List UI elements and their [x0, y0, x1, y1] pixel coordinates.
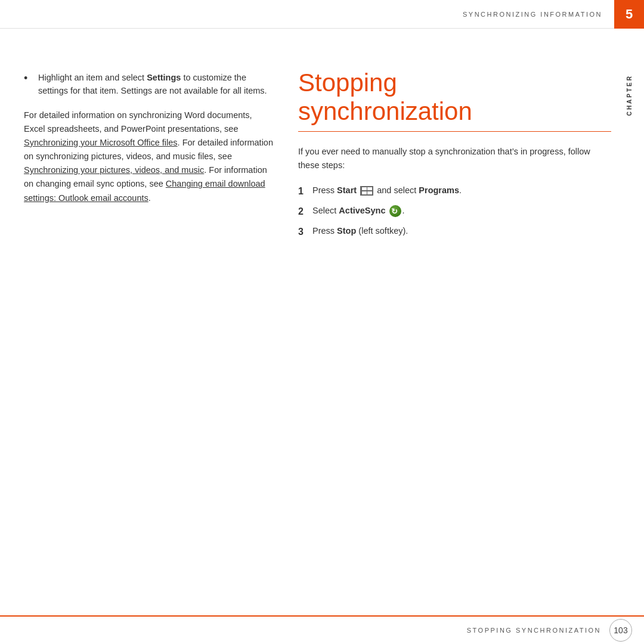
chapter-vertical: CHAPTER: [614, 36, 644, 155]
chapter-vertical-label: CHAPTER: [626, 75, 633, 116]
section-title: Stopping synchronization: [298, 69, 611, 126]
link-office-files[interactable]: Synchronizing your Microsoft Office file…: [24, 138, 178, 147]
link-pictures-videos[interactable]: Synchronizing your pictures, videos, and…: [24, 165, 204, 175]
header-chapter-label: SYNCHRONIZING INFORMATION: [463, 11, 602, 18]
step-number-1: 1: [298, 184, 312, 199]
step-1: 1 Press Start and select Programs.: [298, 184, 611, 199]
top-header: SYNCHRONIZING INFORMATION: [0, 0, 644, 29]
step-text-1: Press Start and select Programs.: [312, 184, 462, 197]
left-column: • Highlight an item and select Settings …: [24, 36, 274, 205]
right-column: Stopping synchronization If you ever nee…: [298, 36, 611, 245]
title-line2: synchronization: [298, 97, 472, 125]
activesync-icon: [389, 205, 401, 217]
step-2: 2 Select ActiveSync .: [298, 205, 611, 219]
bullet-item-settings: • Highlight an item and select Settings …: [24, 72, 274, 98]
step-text-2: Select ActiveSync .: [312, 205, 405, 218]
bullet-dot: •: [24, 70, 33, 86]
section-divider: [298, 131, 611, 132]
bottom-footer: STOPPING SYNCHRONIZATION 103: [0, 615, 644, 644]
step-3: 3 Press Stop (left softkey).: [298, 225, 611, 239]
footer-text: STOPPING SYNCHRONIZATION: [467, 627, 601, 634]
step-number-3: 3: [298, 225, 312, 239]
link-email-settings[interactable]: Changing email download settings: Outloo…: [24, 179, 265, 202]
bullet-text-settings: Highlight an item and select Settings to…: [38, 72, 274, 98]
activesync-bold: ActiveSync: [339, 206, 385, 215]
step-number-2: 2: [298, 205, 312, 219]
body-paragraph: For detailed information on synchronizin…: [24, 109, 274, 205]
chapter-badge: 5: [614, 0, 644, 29]
start-bold: Start: [337, 185, 357, 195]
page-number: 103: [614, 626, 627, 635]
section-intro: If you ever need to manually stop a sync…: [298, 145, 611, 172]
chapter-number: 5: [626, 7, 633, 22]
stop-bold: Stop: [337, 226, 356, 236]
title-line1: Stopping: [298, 69, 397, 97]
step-text-3: Press Stop (left softkey).: [312, 225, 408, 238]
steps-list: 1 Press Start and select Programs. 2 Sel…: [298, 184, 611, 239]
page-number-badge: 103: [609, 619, 632, 642]
programs-bold: Programs: [419, 185, 459, 195]
start-icon: [360, 186, 373, 196]
settings-bold: Settings: [147, 73, 181, 82]
